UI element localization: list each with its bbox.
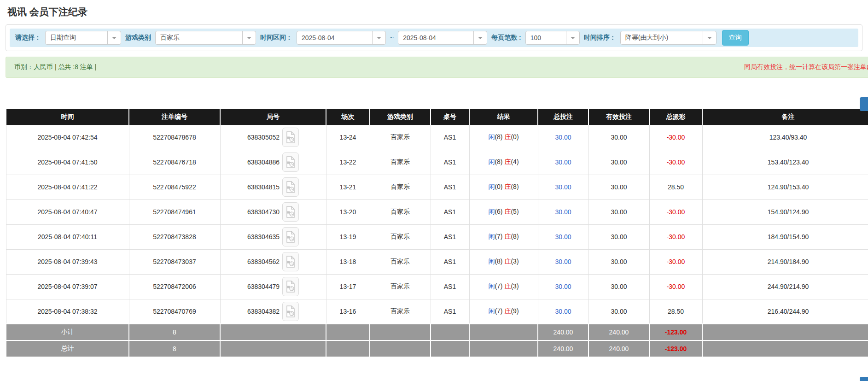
query-type-select[interactable]: 日期查询 — [45, 31, 121, 45]
session: 13-18 — [326, 249, 370, 274]
chevron-down-icon[interactable] — [703, 31, 716, 44]
video-replay-button[interactable] — [282, 252, 299, 271]
valid-bet: 30.00 — [588, 199, 649, 224]
result-cell: 闲(6) 庄(5) — [469, 199, 538, 224]
subtotal-row: 小计 8 240.00 240.00 -123.00 — [6, 324, 868, 340]
payout: -30.00 — [649, 199, 702, 224]
round-cell: 638304886 — [220, 150, 326, 175]
total-bet[interactable]: 30.00 — [538, 249, 588, 274]
chevron-down-icon[interactable] — [473, 31, 487, 44]
table-no: AS1 — [431, 175, 469, 199]
bet-id: 522708476718 — [129, 150, 220, 175]
valid-bet: 30.00 — [588, 175, 649, 199]
result-banker-score: (9) — [511, 307, 518, 315]
table-no: AS1 — [431, 299, 469, 324]
result-banker-label: 庄 — [504, 158, 511, 165]
edge-button-bottom-partial[interactable] — [860, 377, 868, 381]
edge-button-top-partial[interactable] — [860, 97, 868, 111]
total-bet[interactable]: 30.00 — [538, 199, 588, 224]
total-bet[interactable]: 30.00 — [538, 224, 588, 249]
video-replay-button[interactable] — [282, 202, 299, 222]
payout: 28.50 — [649, 299, 702, 324]
time-range-label: 时间区间： — [260, 34, 292, 42]
chevron-down-icon[interactable] — [107, 31, 121, 44]
game-type: 百家乐 — [370, 175, 431, 199]
page-size-value: 100 — [526, 31, 566, 44]
result-player-label: 闲 — [488, 183, 495, 190]
round-cell: 638305052 — [220, 125, 326, 150]
table-footer: 小计 8 240.00 240.00 -123.00 总计 8 — [6, 324, 868, 357]
bet-id: 522708474961 — [129, 199, 220, 224]
table-header: 时间 注单编号 局号 场次 游戏类别 桌号 结果 总投注 有效投注 总派彩 备注 — [6, 109, 868, 125]
video-replay-button[interactable] — [282, 128, 299, 147]
date-from-select[interactable]: 2025-08-04 — [297, 31, 386, 45]
result-banker-score: (4) — [511, 158, 518, 165]
col-game-type: 游戏类别 — [370, 109, 431, 125]
result-player-score: (8) — [495, 158, 502, 165]
video-replay-button[interactable] — [282, 302, 299, 321]
col-valid-bet: 有效投注 — [588, 109, 649, 125]
result-banker-score: (3) — [511, 282, 518, 290]
chevron-down-icon[interactable] — [372, 31, 385, 44]
total-bet[interactable]: 30.00 — [538, 125, 588, 150]
game-type-select[interactable]: 百家乐 — [155, 31, 256, 45]
round-id: 638305052 — [247, 134, 280, 141]
result-banker-label: 庄 — [504, 282, 511, 290]
currency-total-text: 币别：人民币 | 总共 :8 注单 | — [14, 63, 96, 71]
total-bet[interactable]: 30.00 — [538, 299, 588, 324]
result-banker-label: 庄 — [504, 307, 511, 315]
result-player-label: 闲 — [488, 133, 495, 141]
page: 视讯 会员下注纪录 请选择： 日期查询 游戏类别 百家乐 时间区间： 2025-… — [0, 0, 868, 381]
valid-bet: 30.00 — [588, 249, 649, 274]
video-replay-button[interactable] — [282, 277, 299, 296]
table-no: AS1 — [431, 199, 469, 224]
table-no: AS1 — [431, 224, 469, 249]
col-bet-id: 注单编号 — [129, 109, 220, 125]
round-cell: 638304815 — [220, 175, 326, 199]
video-replay-button[interactable] — [282, 177, 299, 197]
result-banker-label: 庄 — [504, 208, 511, 215]
subtotal-label: 小计 — [6, 324, 129, 340]
film-reel-icon — [286, 206, 295, 218]
game-type: 百家乐 — [370, 249, 431, 274]
result-player-label: 闲 — [488, 208, 495, 215]
date-from-value: 2025-08-04 — [297, 31, 372, 44]
video-replay-button[interactable] — [282, 152, 299, 172]
result-banker-label: 庄 — [504, 133, 511, 141]
chevron-down-icon[interactable] — [242, 31, 256, 44]
bet-time: 2025-08-04 07:39:43 — [6, 249, 129, 274]
chevron-down-icon[interactable] — [566, 31, 579, 44]
valid-bet-notice: 同局有效投注，统一计算在该局第一张注单内 — [744, 63, 868, 71]
col-total-bet: 总投注 — [538, 109, 588, 125]
date-to-select[interactable]: 2025-08-04 — [398, 31, 487, 45]
result-player-score: (7) — [495, 307, 502, 315]
result-cell: 闲(7) 庄(8) — [469, 224, 538, 249]
round-id: 638304730 — [247, 208, 280, 216]
bet-time: 2025-08-04 07:38:32 — [6, 299, 129, 324]
col-remark: 备注 — [702, 109, 868, 125]
table-no: AS1 — [431, 274, 469, 299]
payout: -30.00 — [649, 125, 702, 150]
result-player-label: 闲 — [488, 282, 495, 290]
tilde-separator: ~ — [390, 34, 394, 41]
remark: 184.90/154.90 — [702, 224, 868, 249]
bet-id: 522708473037 — [129, 249, 220, 274]
film-reel-icon — [286, 256, 295, 268]
round-cell: 638304730 — [220, 199, 326, 224]
result-player-score: (6) — [495, 208, 502, 215]
total-bet[interactable]: 30.00 — [538, 175, 588, 199]
sort-select[interactable]: 降幂(由大到小) — [620, 31, 717, 45]
search-button[interactable]: 查询 — [722, 30, 749, 46]
table-row: 2025-08-04 07:40:11 522708473828 6383046… — [6, 224, 868, 249]
summary-bar: 币别：人民币 | 总共 :8 注单 | 同局有效投注，统一计算在该局第一张注单内 — [6, 57, 868, 78]
video-replay-button[interactable] — [282, 227, 299, 246]
subtotal-valid-bet: 240.00 — [588, 324, 649, 340]
game-type: 百家乐 — [370, 150, 431, 175]
total-bet[interactable]: 30.00 — [538, 274, 588, 299]
game-type-value: 百家乐 — [156, 31, 242, 44]
total-bet[interactable]: 30.00 — [538, 150, 588, 175]
total-label: 总计 — [6, 340, 129, 357]
col-session: 场次 — [326, 109, 370, 125]
table-row: 2025-08-04 07:39:43 522708473037 6383045… — [6, 249, 868, 274]
page-size-select[interactable]: 100 — [525, 31, 580, 45]
